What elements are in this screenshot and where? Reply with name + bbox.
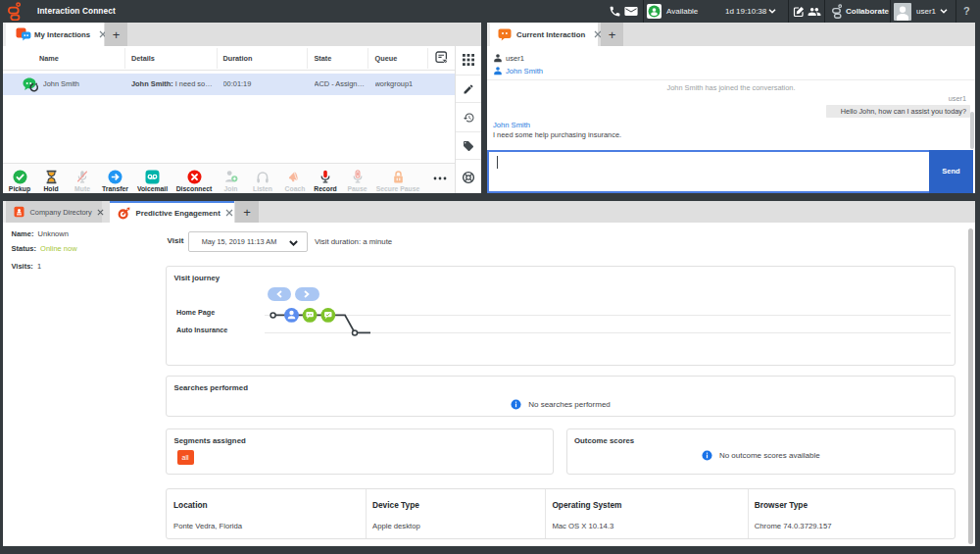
segments-assigned-card: Segments assigned all — [166, 428, 554, 475]
participant-customer[interactable]: John Smith — [493, 65, 543, 76]
outcomes-empty-state: No outcome scores available — [567, 449, 956, 461]
compose-icon[interactable] — [793, 0, 805, 23]
column-header-name[interactable]: Name — [39, 46, 59, 71]
chat-customer-message: I need some help purchasing insurance. — [493, 130, 621, 139]
interaction-toolbar: Pickup Hold Mute — [3, 163, 455, 193]
journey-node-visitor — [284, 308, 299, 323]
tab-close-icon[interactable] — [97, 209, 104, 216]
name-value: Unknown — [38, 229, 69, 238]
detail-label: Operating System — [552, 500, 621, 510]
detail-value: Apple desktop — [372, 522, 420, 530]
column-separator — [368, 48, 368, 69]
current-interaction-icon — [498, 28, 512, 41]
visitor-status-line: Status: Online now — [12, 244, 77, 253]
cell-queue: workgroup1 — [375, 74, 426, 96]
tag-icon — [463, 140, 474, 152]
participant-name: John Smith — [506, 67, 543, 76]
column-header-details[interactable]: Details — [131, 46, 155, 71]
app-title: Interaction Connect — [37, 0, 116, 23]
chat-scrollbar-thumb[interactable] — [970, 112, 974, 149]
visitor-details-card: Location Ponte Vedra, Florida Device Typ… — [166, 488, 956, 539]
user-chevron-down-icon[interactable] — [940, 0, 948, 23]
tab-label: Predictive Engagement — [136, 209, 220, 218]
select-chevron-down-icon — [289, 240, 298, 246]
phone-icon[interactable] — [609, 0, 621, 23]
column-header-duration[interactable]: Duration — [223, 46, 253, 71]
topbar-separator — [956, 0, 956, 23]
searches-empty-state: No searches performed — [167, 398, 955, 410]
people-icon[interactable] — [808, 0, 821, 23]
tab-close-icon[interactable] — [225, 209, 233, 217]
detail-label: Device Type — [372, 500, 419, 510]
side-icon-strip — [455, 46, 481, 193]
topbar-separator — [890, 0, 891, 23]
notes-button[interactable] — [456, 76, 481, 104]
status-chevron-down-icon[interactable] — [768, 0, 776, 23]
collaborate-icon[interactable] — [832, 0, 842, 23]
card-title: Searches performed — [174, 383, 248, 392]
person-icon — [493, 66, 503, 76]
app: Interaction Connect Available 1d 19:10:3… — [0, 0, 980, 554]
scrollbar-thumb[interactable] — [968, 228, 973, 544]
secure-pause-icon — [368, 170, 427, 184]
cell-name: John Smith — [43, 74, 122, 96]
journey-timeline[interactable] — [264, 296, 381, 341]
send-button[interactable]: Send — [929, 150, 973, 193]
outcome-scores-card: Outcome scores No outcome scores availab… — [566, 428, 956, 475]
add-tab-button[interactable]: + — [235, 201, 259, 223]
column-separator — [307, 48, 308, 69]
assistance-button[interactable] — [456, 161, 481, 193]
chat-input[interactable] — [487, 150, 929, 193]
visit-journey-card: Visit journey Home Page Auto Insurance — [166, 266, 956, 366]
secure-pause-button[interactable]: Secure Pause — [368, 170, 427, 192]
ellipsis-icon — [433, 176, 447, 180]
status-label[interactable]: Available — [666, 0, 698, 23]
collaborate-label[interactable]: Collaborate — [846, 0, 889, 23]
card-title: Segments assigned — [174, 436, 246, 445]
pencil-icon — [463, 83, 474, 95]
status-avatar[interactable] — [647, 4, 662, 19]
participant-name: user1 — [506, 54, 524, 63]
tab-label: Current Interaction — [516, 30, 585, 39]
chat-agent-label: user1 — [949, 94, 966, 103]
tab-my-interactions[interactable]: My Interactions — [6, 23, 104, 46]
status-value: Online now — [40, 244, 77, 253]
person-icon — [493, 53, 503, 63]
column-separator — [545, 489, 546, 538]
company-directory-icon — [14, 206, 24, 218]
topbar: Interaction Connect Available 1d 19:10:3… — [0, 0, 980, 23]
help-button[interactable]: ? — [963, 0, 970, 23]
tags-button[interactable] — [456, 133, 481, 161]
cell-state: ACD - Assign… — [315, 74, 366, 96]
more-options-button[interactable] — [430, 176, 450, 180]
voicemail-button[interactable]: Voicemail — [130, 170, 175, 192]
column-header-state[interactable]: State — [315, 46, 332, 71]
visit-select[interactable]: May 15, 2019 11:13 AM — [188, 231, 308, 252]
tab-current-interaction[interactable]: Current Interaction — [490, 23, 598, 46]
segment-chip[interactable]: all — [177, 450, 194, 465]
layout-picker-icon[interactable] — [435, 51, 448, 64]
user-avatar[interactable] — [894, 3, 911, 21]
add-tab-button[interactable]: + — [601, 23, 623, 46]
bottom-panel: Company Directory Predictive Engagement … — [3, 201, 975, 546]
history-button[interactable] — [456, 104, 481, 132]
cell-duration: 00:01:19 — [223, 74, 302, 96]
detail-label: Location — [173, 500, 208, 510]
journey-row-label: Home Page — [176, 308, 215, 317]
cell-details-sender: John Smith: — [131, 79, 173, 88]
add-tab-button[interactable]: + — [105, 23, 127, 46]
tab-predictive-engagement[interactable]: Predictive Engagement — [110, 201, 234, 223]
column-header-queue[interactable]: Queue — [375, 46, 398, 71]
journey-row-label: Auto Insurance — [176, 326, 227, 334]
chat-interaction-icon — [23, 77, 39, 93]
topbar-separator — [643, 0, 644, 23]
user-name[interactable]: user1 — [916, 0, 936, 23]
visit-duration: Visit duration: a minute — [315, 237, 392, 246]
chat-agent-bubble: Hello John, how can I assist you today? — [826, 105, 970, 118]
grid-view-button[interactable] — [456, 46, 481, 76]
detail-label: Browser Type — [755, 500, 808, 510]
tab-company-directory[interactable]: Company Directory — [6, 201, 102, 223]
email-icon[interactable] — [624, 0, 638, 23]
participant-agent[interactable]: user1 — [493, 52, 524, 64]
interaction-row[interactable]: John Smith John Smith: I need so… 00:01:… — [3, 74, 455, 96]
